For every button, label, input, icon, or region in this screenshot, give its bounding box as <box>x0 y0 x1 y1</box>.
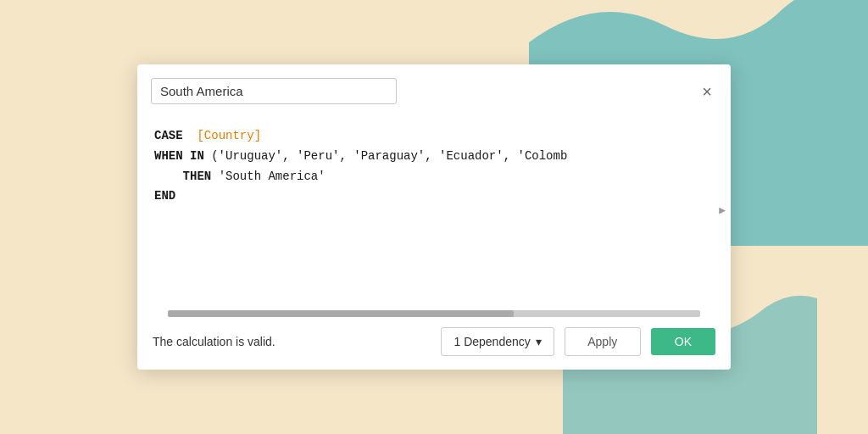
scrollbar-track[interactable] <box>168 310 700 317</box>
code-line-4: END <box>154 186 714 207</box>
scrollbar-thumb <box>168 310 514 317</box>
code-line-3: THEN 'South America' <box>154 167 714 187</box>
keyword-case: CASE <box>154 126 183 147</box>
calculation-title-input[interactable] <box>151 78 397 104</box>
keyword-when: WHEN IN <box>154 147 204 167</box>
code-line-1: CASE [Country] <box>154 126 714 147</box>
scroll-right-arrow[interactable]: ▶ <box>719 201 726 220</box>
scrollbar-area <box>137 310 731 317</box>
dependency-arrow-icon: ▾ <box>536 335 542 348</box>
code-line-2: WHEN IN ('Uruguay', 'Peru', 'Paraguay', … <box>154 147 714 167</box>
code-values: ('Uruguay', 'Peru', 'Paraguay', 'Ecuador… <box>211 147 567 167</box>
code-then-value: 'South America' <box>219 167 326 187</box>
validation-status: The calculation is valid. <box>153 335 431 348</box>
dialog-overlay: × CASE [Country] WHEN IN ('Uruguay', 'Pe… <box>0 0 868 434</box>
dialog-footer: The calculation is valid. 1 Dependency ▾… <box>137 317 731 370</box>
keyword-end: END <box>154 186 175 207</box>
close-button[interactable]: × <box>697 80 717 103</box>
dependency-button[interactable]: 1 Dependency ▾ <box>441 327 554 356</box>
code-editor[interactable]: CASE [Country] WHEN IN ('Uruguay', 'Peru… <box>137 111 731 310</box>
apply-button[interactable]: Apply <box>565 327 641 356</box>
field-country: [Country] <box>197 126 261 147</box>
calculation-dialog: × CASE [Country] WHEN IN ('Uruguay', 'Pe… <box>137 64 731 370</box>
dependency-label: 1 Dependency <box>453 335 530 348</box>
keyword-then: THEN <box>154 167 211 187</box>
dialog-header: × <box>137 64 731 111</box>
ok-button[interactable]: OK <box>651 328 715 355</box>
